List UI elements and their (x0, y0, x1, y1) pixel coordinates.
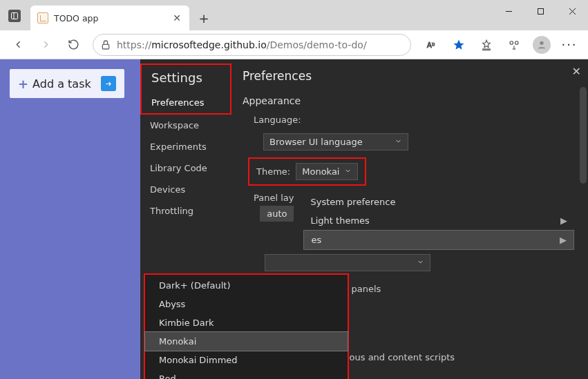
window-controls (493, 0, 588, 22)
add-task-label[interactable]: Add a task (32, 77, 91, 90)
chevron-right-icon: ▶ (560, 215, 567, 226)
tab-close-button[interactable]: ✕ (171, 12, 182, 23)
address-bar[interactable]: https://microsoftedge.github.io/Demos/de… (93, 34, 411, 56)
svg-rect-3 (538, 8, 543, 14)
theme-groups: System preference Light themes▶ es▶ (303, 193, 574, 250)
theme-value: Monokai (302, 166, 339, 177)
highlight-box-theme: Theme: Monokai (248, 157, 366, 186)
panel-layout-auto[interactable]: auto (260, 206, 294, 222)
refresh-button[interactable] (61, 34, 86, 56)
theme-option[interactable]: Abyss (145, 295, 348, 313)
settings-title: Settings (151, 70, 220, 85)
favorite-button[interactable] (446, 34, 472, 56)
theme-option[interactable]: Red (145, 369, 348, 379)
group-dark-themes[interactable]: es▶ (303, 230, 574, 250)
plus-icon: + (18, 77, 28, 91)
forward-button[interactable] (33, 34, 58, 56)
theme-option[interactable]: Kimbie Dark (145, 313, 348, 332)
favorites-list-button[interactable] (473, 34, 500, 56)
sidebar-item-devices[interactable]: Devices (140, 179, 231, 200)
theme-option[interactable]: Dark+ (Default) (145, 276, 348, 295)
svg-marker-8 (454, 39, 464, 49)
svg-rect-0 (12, 13, 18, 19)
chevron-down-icon (344, 166, 352, 177)
read-aloud-button[interactable]: A⁾⁾ (418, 34, 444, 56)
window-titlebar: TODO app ✕ + (0, 0, 588, 30)
sidebar-item-preferences[interactable]: Preferences (142, 92, 230, 113)
sidebar-item-throttling[interactable]: Throttling (140, 200, 231, 222)
svg-rect-6 (102, 44, 108, 49)
submit-task-button[interactable] (101, 76, 116, 91)
svg-point-13 (515, 41, 519, 44)
theme-option[interactable]: Monokai (145, 332, 348, 351)
appearance-heading: Appearance (243, 95, 574, 106)
chevron-down-icon (417, 257, 424, 268)
language-select[interactable]: Browser UI language (263, 133, 408, 150)
sidebar-item-library-code[interactable]: Library Code (140, 157, 231, 179)
theme-option[interactable]: Monokai Dimmed (145, 351, 348, 369)
svg-point-15 (540, 41, 543, 44)
tab-title: TODO app (54, 13, 171, 23)
add-task-card: + Add a task (10, 69, 124, 98)
new-tab-button[interactable]: + (193, 8, 214, 28)
tab-overview-button[interactable] (8, 10, 21, 22)
svg-text:A⁾⁾: A⁾⁾ (427, 41, 435, 48)
highlight-box-settings: Settings Preferences (140, 64, 231, 115)
panel-layout-label: Panel lay (254, 193, 294, 203)
theme-dropdown: Dark+ (Default)AbyssKimbie DarkMonokaiMo… (144, 273, 349, 379)
more-menu-button[interactable]: ··· (556, 34, 582, 56)
back-button[interactable] (6, 34, 30, 56)
url-text: https://microsoftedge.github.io/Demos/de… (117, 39, 367, 50)
svg-marker-9 (483, 40, 491, 48)
language-label: Language: (254, 115, 301, 125)
chevron-down-icon (395, 137, 402, 147)
tab-favicon (37, 12, 48, 23)
svg-point-12 (510, 41, 513, 44)
group-system-preference[interactable]: System preference (303, 193, 574, 211)
browser-toolbar: https://microsoftedge.github.io/Demos/de… (0, 30, 588, 59)
collections-button[interactable] (501, 34, 527, 56)
browser-tab[interactable]: TODO app ✕ (30, 6, 189, 30)
preferences-title: Preferences (243, 69, 574, 83)
lock-icon (100, 39, 111, 50)
color-format-select[interactable] (265, 254, 430, 271)
chevron-right-icon: ▶ (560, 235, 567, 245)
theme-select[interactable]: Monokai (296, 163, 358, 180)
close-window-button[interactable] (556, 0, 588, 22)
language-field: Language: Browser UI language (254, 115, 574, 150)
profile-button[interactable] (529, 34, 555, 56)
panel-layout-row: Panel lay auto System preference Light t… (254, 193, 574, 250)
group-light-themes[interactable]: Light themes▶ (303, 211, 574, 230)
sidebar-item-workspace[interactable]: Workspace (140, 115, 231, 136)
maximize-button[interactable] (524, 0, 556, 22)
theme-label: Theme: (256, 166, 290, 177)
sidebar-item-experiments[interactable]: Experiments (140, 136, 231, 157)
page-content: + Add a task ✕ Settings Preferences Work… (0, 59, 588, 379)
minimize-button[interactable] (493, 0, 524, 22)
language-value: Browser UI language (269, 137, 363, 147)
